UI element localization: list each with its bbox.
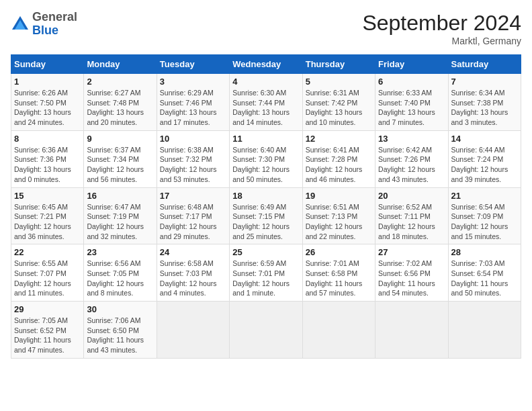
day-info: Sunrise: 6:38 AM Sunset: 7:32 PM Dayligh… xyxy=(160,145,226,185)
location: Marktl, Germany xyxy=(362,36,521,46)
day-info: Sunrise: 6:56 AM Sunset: 7:05 PM Dayligh… xyxy=(87,259,153,298)
calendar-row: 29 Sunrise: 7:05 AM Sunset: 6:52 PM Dayl… xyxy=(11,302,521,359)
day-info: Sunrise: 6:48 AM Sunset: 7:17 PM Dayligh… xyxy=(160,202,226,242)
table-row: 1 Sunrise: 6:26 AM Sunset: 7:50 PM Dayli… xyxy=(11,74,84,131)
day-number: 18 xyxy=(232,191,299,201)
col-tuesday: Tuesday xyxy=(157,55,229,74)
table-row: 13 Sunrise: 6:42 AM Sunset: 7:26 PM Dayl… xyxy=(375,130,448,187)
day-number: 23 xyxy=(87,247,153,257)
day-info: Sunrise: 7:02 AM Sunset: 6:56 PM Dayligh… xyxy=(378,259,445,298)
day-number: 30 xyxy=(87,304,153,314)
day-number: 4 xyxy=(232,77,299,87)
calendar-row: 1 Sunrise: 6:26 AM Sunset: 7:50 PM Dayli… xyxy=(11,74,521,131)
day-number: 21 xyxy=(451,191,518,201)
calendar-header: Sunday Monday Tuesday Wednesday Thursday… xyxy=(11,55,521,74)
day-info: Sunrise: 6:37 AM Sunset: 7:34 PM Dayligh… xyxy=(87,145,153,185)
table-row xyxy=(230,302,302,359)
table-row: 5 Sunrise: 6:31 AM Sunset: 7:42 PM Dayli… xyxy=(302,74,375,131)
table-row: 29 Sunrise: 7:05 AM Sunset: 6:52 PM Dayl… xyxy=(11,302,84,359)
day-number: 9 xyxy=(87,134,153,144)
table-row: 30 Sunrise: 7:06 AM Sunset: 6:50 PM Dayl… xyxy=(84,302,157,359)
table-row: 2 Sunrise: 6:27 AM Sunset: 7:48 PM Dayli… xyxy=(84,74,157,131)
col-friday: Friday xyxy=(375,55,448,74)
day-info: Sunrise: 6:44 AM Sunset: 7:24 PM Dayligh… xyxy=(451,145,518,185)
day-number: 22 xyxy=(14,247,81,257)
day-info: Sunrise: 6:49 AM Sunset: 7:15 PM Dayligh… xyxy=(232,202,299,242)
table-row: 19 Sunrise: 6:51 AM Sunset: 7:13 PM Dayl… xyxy=(302,187,375,244)
day-info: Sunrise: 6:47 AM Sunset: 7:19 PM Dayligh… xyxy=(87,202,153,242)
day-number: 1 xyxy=(14,77,81,87)
day-info: Sunrise: 6:42 AM Sunset: 7:26 PM Dayligh… xyxy=(378,145,445,185)
table-row: 25 Sunrise: 6:59 AM Sunset: 7:01 PM Dayl… xyxy=(230,244,302,302)
day-info: Sunrise: 6:55 AM Sunset: 7:07 PM Dayligh… xyxy=(14,259,81,298)
day-info: Sunrise: 6:54 AM Sunset: 7:09 PM Dayligh… xyxy=(451,202,518,242)
table-row: 3 Sunrise: 6:29 AM Sunset: 7:46 PM Dayli… xyxy=(157,74,229,131)
table-row: 14 Sunrise: 6:44 AM Sunset: 7:24 PM Dayl… xyxy=(448,130,521,187)
day-number: 14 xyxy=(451,134,518,144)
calendar-row: 15 Sunrise: 6:45 AM Sunset: 7:21 PM Dayl… xyxy=(11,187,521,244)
table-row: 4 Sunrise: 6:30 AM Sunset: 7:44 PM Dayli… xyxy=(230,74,302,131)
day-number: 7 xyxy=(451,77,518,87)
day-info: Sunrise: 6:51 AM Sunset: 7:13 PM Dayligh… xyxy=(306,202,372,242)
day-number: 8 xyxy=(14,134,81,144)
col-sunday: Sunday xyxy=(11,55,84,74)
table-row: 18 Sunrise: 6:49 AM Sunset: 7:15 PM Dayl… xyxy=(230,187,302,244)
logo-text: General Blue xyxy=(32,11,77,38)
day-number: 10 xyxy=(160,134,226,144)
day-number: 15 xyxy=(14,191,81,201)
table-row: 6 Sunrise: 6:33 AM Sunset: 7:40 PM Dayli… xyxy=(375,74,448,131)
calendar-table: Sunday Monday Tuesday Wednesday Thursday… xyxy=(11,54,521,359)
table-row: 9 Sunrise: 6:37 AM Sunset: 7:34 PM Dayli… xyxy=(84,130,157,187)
day-info: Sunrise: 6:40 AM Sunset: 7:30 PM Dayligh… xyxy=(232,145,299,185)
table-row xyxy=(157,302,229,359)
table-row: 28 Sunrise: 7:03 AM Sunset: 6:54 PM Dayl… xyxy=(448,244,521,302)
day-info: Sunrise: 6:58 AM Sunset: 7:03 PM Dayligh… xyxy=(160,259,226,298)
day-info: Sunrise: 6:45 AM Sunset: 7:21 PM Dayligh… xyxy=(14,202,81,242)
calendar-body: 1 Sunrise: 6:26 AM Sunset: 7:50 PM Dayli… xyxy=(11,74,521,359)
day-info: Sunrise: 7:05 AM Sunset: 6:52 PM Dayligh… xyxy=(14,316,81,355)
table-row xyxy=(375,302,448,359)
day-number: 20 xyxy=(378,191,445,201)
day-info: Sunrise: 6:52 AM Sunset: 7:11 PM Dayligh… xyxy=(378,202,445,242)
day-info: Sunrise: 6:29 AM Sunset: 7:46 PM Dayligh… xyxy=(160,88,226,128)
logo-blue: Blue xyxy=(32,24,77,38)
col-monday: Monday xyxy=(84,55,157,74)
page-header: General Blue September 2024 Marktl, Germ… xyxy=(11,11,521,46)
table-row: 16 Sunrise: 6:47 AM Sunset: 7:19 PM Dayl… xyxy=(84,187,157,244)
table-row: 8 Sunrise: 6:36 AM Sunset: 7:36 PM Dayli… xyxy=(11,130,84,187)
day-number: 6 xyxy=(378,77,445,87)
col-wednesday: Wednesday xyxy=(230,55,302,74)
day-number: 12 xyxy=(306,134,372,144)
day-number: 28 xyxy=(451,247,518,257)
day-info: Sunrise: 7:01 AM Sunset: 6:58 PM Dayligh… xyxy=(306,259,372,298)
day-number: 5 xyxy=(306,77,372,87)
day-info: Sunrise: 6:41 AM Sunset: 7:28 PM Dayligh… xyxy=(306,145,372,185)
day-info: Sunrise: 6:59 AM Sunset: 7:01 PM Dayligh… xyxy=(232,259,299,298)
logo: General Blue xyxy=(11,11,77,38)
day-info: Sunrise: 7:06 AM Sunset: 6:50 PM Dayligh… xyxy=(87,316,153,355)
day-number: 27 xyxy=(378,247,445,257)
day-number: 16 xyxy=(87,191,153,201)
day-number: 17 xyxy=(160,191,226,201)
month-title: September 2024 xyxy=(362,11,521,36)
col-saturday: Saturday xyxy=(448,55,521,74)
table-row: 26 Sunrise: 7:01 AM Sunset: 6:58 PM Dayl… xyxy=(302,244,375,302)
day-number: 29 xyxy=(14,304,81,314)
table-row: 22 Sunrise: 6:55 AM Sunset: 7:07 PM Dayl… xyxy=(11,244,84,302)
day-number: 19 xyxy=(306,191,372,201)
day-number: 24 xyxy=(160,247,226,257)
day-number: 25 xyxy=(232,247,299,257)
table-row: 12 Sunrise: 6:41 AM Sunset: 7:28 PM Dayl… xyxy=(302,130,375,187)
day-info: Sunrise: 6:36 AM Sunset: 7:36 PM Dayligh… xyxy=(14,145,81,185)
table-row: 11 Sunrise: 6:40 AM Sunset: 7:30 PM Dayl… xyxy=(230,130,302,187)
header-row: Sunday Monday Tuesday Wednesday Thursday… xyxy=(11,55,521,74)
table-row: 15 Sunrise: 6:45 AM Sunset: 7:21 PM Dayl… xyxy=(11,187,84,244)
day-info: Sunrise: 6:30 AM Sunset: 7:44 PM Dayligh… xyxy=(232,88,299,128)
logo-general: General xyxy=(32,11,77,24)
calendar-row: 22 Sunrise: 6:55 AM Sunset: 7:07 PM Dayl… xyxy=(11,244,521,302)
table-row: 7 Sunrise: 6:34 AM Sunset: 7:38 PM Dayli… xyxy=(448,74,521,131)
day-info: Sunrise: 6:34 AM Sunset: 7:38 PM Dayligh… xyxy=(451,88,518,128)
table-row: 17 Sunrise: 6:48 AM Sunset: 7:17 PM Dayl… xyxy=(157,187,229,244)
day-number: 13 xyxy=(378,134,445,144)
col-thursday: Thursday xyxy=(302,55,375,74)
